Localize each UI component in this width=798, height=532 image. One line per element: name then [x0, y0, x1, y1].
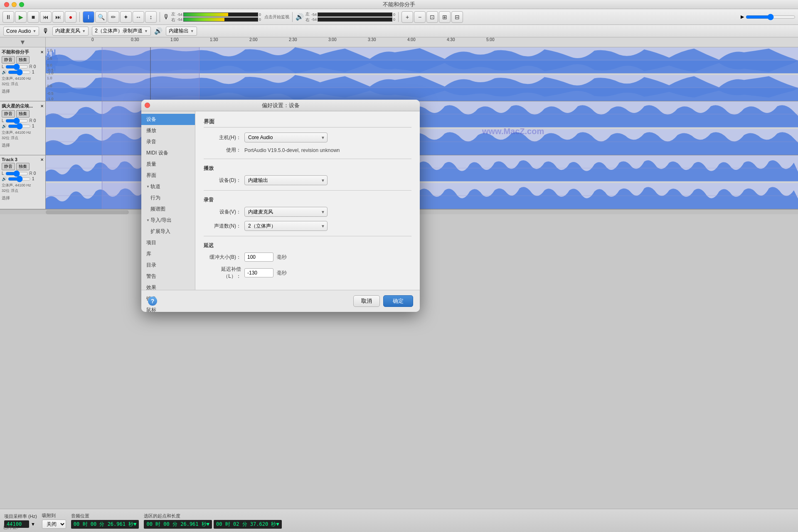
track-3-select[interactable]: 选择	[2, 195, 44, 201]
dialog-buffer-input[interactable]	[244, 253, 273, 262]
speaker-icon: 🔊	[296, 13, 304, 21]
maximize-button[interactable]	[19, 2, 24, 7]
sidebar-extended-import-label: 扩展导入	[150, 228, 170, 235]
next-tool-button[interactable]: ↕	[145, 11, 157, 23]
zoom-toggle-button[interactable]: ⊟	[451, 11, 463, 23]
dialog-buffer-label: 缓冲大小(B)：	[204, 254, 241, 261]
stopped-status: 已停止.	[3, 524, 18, 530]
track-3-solo[interactable]: 独奏	[16, 163, 30, 170]
track-1-r-label: R	[30, 64, 32, 69]
zoom-fit-button[interactable]: ⊡	[426, 11, 438, 23]
scrollbar-thumb[interactable]	[46, 210, 129, 214]
zoom-tool-button[interactable]: 🔍	[95, 11, 107, 23]
range-label: 选区的起点和长度	[144, 513, 281, 519]
track-2-vol-row: 🔊 1	[2, 124, 44, 128]
sidebar-item-mouse[interactable]: 鼠标	[141, 304, 195, 312]
dialog-compensation-input[interactable]	[244, 268, 273, 277]
track-2-vol-slider[interactable]	[8, 124, 31, 128]
sidebar-item-spectrogram[interactable]: 频谱图	[141, 203, 195, 215]
dialog-close-button[interactable]	[145, 103, 150, 108]
sidebar-item-playback[interactable]: 播放	[141, 125, 195, 136]
sidebar-item-project[interactable]: 项目	[141, 237, 195, 248]
play-button[interactable]: ▶	[15, 11, 27, 23]
sidebar-spectrogram-label: 频谱图	[150, 206, 165, 213]
svg-text:-0.5: -0.5	[47, 91, 54, 96]
track-1-solo[interactable]: 独奏	[16, 56, 30, 64]
dialog-help-button[interactable]: ?	[148, 297, 157, 306]
sidebar-item-behavior[interactable]: 行为	[141, 192, 195, 203]
sidebar-item-recording[interactable]: 录音	[141, 136, 195, 147]
sidebar-item-midi[interactable]: MIDI 设备	[141, 147, 195, 159]
minimize-button[interactable]	[12, 2, 17, 7]
track-2-close[interactable]: ✕	[40, 104, 44, 108]
sidebar-interface-label: 界面	[146, 172, 156, 179]
sample-rate-label: 项目采样率 (Hz)	[4, 513, 37, 520]
sidebar-item-interface[interactable]: 界面	[141, 170, 195, 181]
lr-label2: 左右	[305, 11, 310, 23]
zoom-in-button[interactable]: +	[401, 11, 413, 23]
track-1-waveform[interactable]: 1.0 0.5 0.0 -0.5 -1.0 1.0 0.0 -0.5 -1.0	[46, 47, 798, 101]
track-2-l-label: L	[2, 118, 4, 123]
track-3-close[interactable]: ✕	[40, 157, 44, 162]
sidebar-item-tracks[interactable]: ▼ 轨道	[141, 181, 195, 192]
track-3-vol-row: 🔊 1	[2, 177, 44, 181]
channel-select[interactable]: 2（立体声）录制声道 ▼	[92, 27, 151, 36]
dialog-playback-device-select[interactable]: 内建输出	[244, 175, 328, 185]
multi-tool-button[interactable]: ✦	[120, 11, 132, 23]
track-1-vol-slider[interactable]	[8, 70, 31, 74]
sidebar-item-library[interactable]: 库	[141, 248, 195, 260]
dialog-host-select[interactable]: Core Audio	[244, 132, 328, 142]
lr-label: 左右	[171, 11, 175, 23]
dialog-ok-button[interactable]: 确定	[383, 295, 413, 307]
draw-tool-button[interactable]: ✏	[108, 11, 119, 23]
zoom-out-button[interactable]: −	[414, 11, 426, 23]
track-1-close[interactable]: ✕	[40, 50, 44, 54]
track-1-buttons: 静音 独奏	[2, 56, 44, 64]
select-tool-button[interactable]: I	[83, 11, 94, 23]
sidebar-item-devices[interactable]: 设备	[141, 114, 195, 125]
dialog-cancel-button[interactable]: 取消	[353, 295, 380, 307]
speed-slider[interactable]	[746, 14, 796, 20]
snap-select[interactable]: 关闭	[42, 520, 66, 529]
track-2-select[interactable]: 选择	[2, 142, 44, 148]
sidebar-item-warnings[interactable]: 警告	[141, 271, 195, 282]
zoom-sel-button[interactable]: ⊞	[439, 11, 451, 23]
ruler-5m: 5:00	[486, 37, 494, 42]
track-3-vol-slider[interactable]	[8, 177, 31, 181]
host-select[interactable]: Core Audio ▼	[3, 27, 39, 36]
sidebar-item-directory[interactable]: 目录	[141, 260, 195, 271]
track-1-select[interactable]: 选择	[2, 88, 44, 94]
record-button[interactable]: ●	[65, 11, 76, 23]
track-1-pan-slider[interactable]	[5, 65, 28, 69]
track-2-mute[interactable]: 静音	[2, 110, 15, 118]
track-1-mute[interactable]: 静音	[2, 56, 15, 64]
mic-select[interactable]: 内建麦克风 ▼	[52, 27, 89, 36]
skip-end-button[interactable]: ⏭	[52, 11, 64, 23]
snap-field: 吸附到 关闭	[42, 512, 66, 529]
dialog-section-title: 界面	[204, 118, 411, 127]
title-bar: 不能和你分手	[0, 0, 798, 9]
position-field: 音频位置 00 时 00 分 26.961 秒▼	[71, 513, 139, 529]
monitor-label: 点击开始监视	[264, 14, 289, 20]
sidebar-item-extended-import[interactable]: 扩展导入	[141, 226, 195, 237]
track-3-pan-slider[interactable]	[5, 172, 28, 176]
timeline-ruler[interactable]: ▼ 0 0:30 1:00 1:30 2:00 2:30 3:00 3:30 4…	[0, 37, 798, 47]
window-controls[interactable]	[4, 2, 24, 7]
dialog-channels-select[interactable]: 2（立体声）	[244, 221, 328, 231]
track-2-pan-value: 0	[34, 118, 36, 123]
track-1-l-label: L	[2, 64, 4, 69]
close-button[interactable]	[4, 2, 9, 7]
pause-button[interactable]: ⏸	[2, 11, 14, 23]
prev-tool-button[interactable]: ↔	[133, 11, 144, 23]
track-2-pan-slider[interactable]	[5, 119, 28, 123]
dialog-recording-device-select[interactable]: 内建麦克风	[244, 207, 328, 217]
track-2-solo[interactable]: 独奏	[16, 110, 30, 118]
track-3-mute[interactable]: 静音	[2, 163, 15, 170]
sidebar-item-quality[interactable]: 质量	[141, 159, 195, 170]
skip-start-button[interactable]: ⏮	[40, 11, 52, 23]
sidebar-item-import-export[interactable]: ▼ 导入/导出	[141, 215, 195, 226]
output-select[interactable]: 内建输出 ▼	[166, 27, 197, 36]
ruler-3m30: 3:30	[368, 37, 376, 42]
sidebar-item-effects[interactable]: 效果	[141, 282, 195, 293]
stop-button[interactable]: ■	[27, 11, 39, 23]
